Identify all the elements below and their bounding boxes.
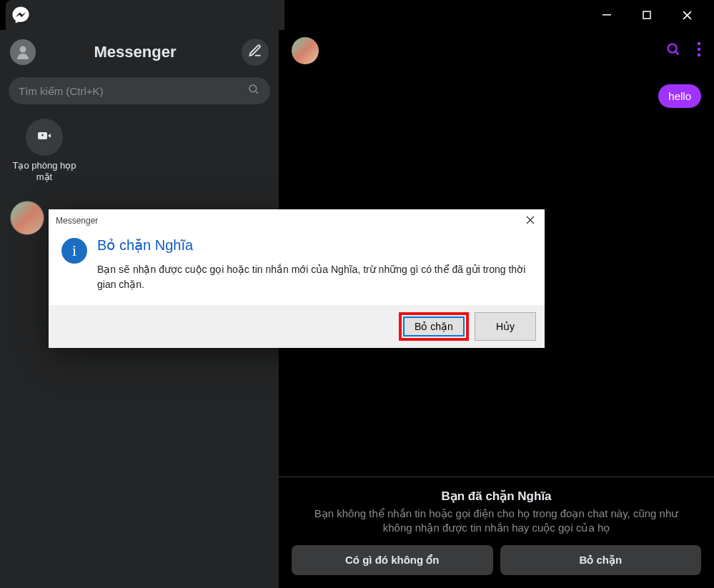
dialog-body: i Bỏ chặn Nghĩa Bạn sẽ nhận được cuộc gọ…	[49, 231, 545, 305]
chat-header-actions	[665, 41, 701, 60]
dialog-close-button[interactable]	[523, 214, 537, 228]
svg-point-7	[668, 44, 677, 53]
blocked-actions: Có gì đó không ổn Bỏ chặn	[292, 545, 701, 575]
sidebar-title: Messenger	[36, 43, 234, 61]
dialog-titlebar: Messenger	[49, 209, 545, 231]
compose-icon	[248, 44, 262, 61]
search-in-chat-icon[interactable]	[665, 41, 681, 60]
search-icon	[247, 83, 260, 99]
message-bubble[interactable]: hello	[658, 84, 701, 108]
create-room-circle	[26, 119, 63, 156]
chat-header	[279, 30, 714, 71]
dialog-confirm-highlight: Bỏ chặn	[399, 312, 469, 341]
sidebar-header: Messenger	[6, 33, 273, 76]
profile-avatar[interactable]	[10, 39, 36, 65]
svg-point-2	[20, 46, 26, 53]
search-input[interactable]	[19, 85, 247, 97]
dialog-footer: Bỏ chặn Hủy	[49, 305, 545, 348]
report-button[interactable]: Có gì đó không ổn	[292, 545, 493, 575]
blocked-title: Bạn đã chặn Nghĩa	[292, 489, 701, 504]
compose-button[interactable]	[242, 39, 269, 66]
window-minimize-button[interactable]	[595, 4, 618, 26]
create-room-button[interactable]: Tạo phòng họp mặt	[11, 119, 77, 182]
more-options-icon[interactable]	[697, 41, 701, 60]
svg-rect-1	[643, 11, 650, 19]
create-room-label: Tạo phòng họp mặt	[11, 160, 77, 182]
titlebar-left	[6, 0, 284, 30]
svg-point-8	[698, 42, 700, 45]
chat-header-avatar[interactable]	[292, 37, 319, 64]
window-controls	[595, 4, 708, 26]
blocked-description: Bạn không thể nhắn tin hoặc gọi điện cho…	[292, 507, 701, 536]
dialog-heading: Bỏ chặn Nghĩa	[97, 236, 530, 254]
unblock-dialog: Messenger i Bỏ chặn Nghĩa Bạn sẽ nhận đư…	[49, 209, 545, 348]
info-icon: i	[61, 238, 87, 264]
svg-rect-6	[42, 134, 43, 136]
unblock-button[interactable]: Bỏ chặn	[500, 545, 702, 575]
dialog-text: Bạn sẽ nhận được cuộc gọi hoặc tin nhắn …	[97, 262, 530, 292]
window-maximize-button[interactable]	[635, 4, 658, 26]
dialog-cancel-button[interactable]: Hủy	[475, 312, 536, 341]
window-close-button[interactable]	[675, 4, 698, 26]
avatar	[10, 201, 44, 235]
svg-point-9	[698, 48, 700, 51]
dialog-title: Messenger	[56, 216, 98, 226]
svg-rect-0	[603, 14, 611, 16]
message-row: hello	[292, 84, 701, 108]
dialog-content: Bỏ chặn Nghĩa Bạn sẽ nhận được cuộc gọi …	[97, 236, 530, 292]
svg-point-10	[698, 54, 700, 56]
messenger-logo-icon	[11, 6, 30, 24]
dialog-confirm-button[interactable]: Bỏ chặn	[403, 317, 465, 337]
blocked-notice: Bạn đã chặn Nghĩa Bạn không thể nhắn tin…	[279, 477, 714, 589]
search-bar[interactable]	[9, 77, 270, 104]
titlebar	[0, 0, 714, 30]
svg-point-3	[249, 85, 257, 92]
video-plus-icon	[36, 127, 53, 147]
